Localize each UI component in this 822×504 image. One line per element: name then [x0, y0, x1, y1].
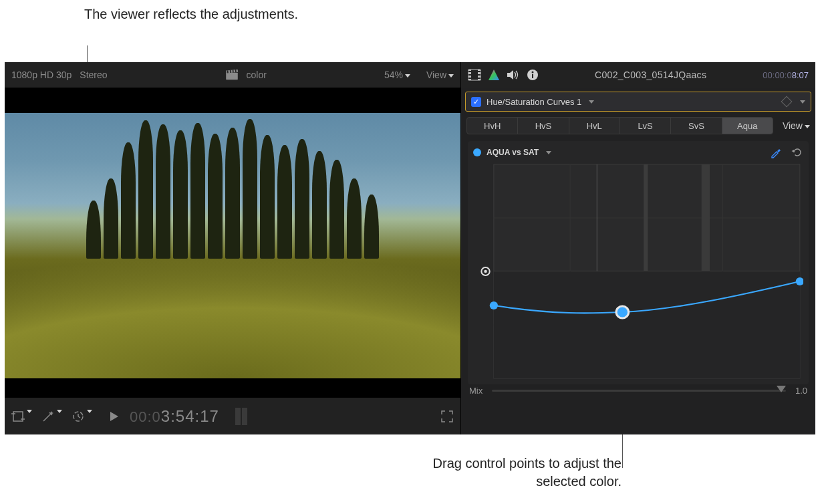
- svg-rect-17: [478, 74, 481, 76]
- fullscreen-button[interactable]: [440, 410, 454, 423]
- mix-label: Mix: [469, 386, 483, 396]
- effect-preset-menu[interactable]: [589, 100, 594, 104]
- curve-color-dot: [473, 148, 481, 156]
- reset-icon[interactable]: [791, 146, 803, 158]
- clip-timecode: 00:00:08:07: [763, 70, 809, 80]
- svg-rect-0: [226, 73, 238, 80]
- film-icon[interactable]: [468, 69, 481, 81]
- view-menu-inspector[interactable]: View: [783, 120, 810, 131]
- tab-svs[interactable]: SvS: [670, 117, 722, 134]
- viewer-toolbar: 00:03:54:17: [5, 397, 460, 434]
- view-menu-viewer[interactable]: View: [426, 70, 454, 80]
- svg-rect-15: [468, 78, 471, 79]
- svg-rect-18: [478, 78, 481, 79]
- clip-name: C002_C003_0514JQaacs: [545, 70, 756, 80]
- curve-header: AQUA vs SAT: [473, 146, 803, 158]
- eyedropper-icon[interactable]: [770, 146, 782, 158]
- effect-options-menu[interactable]: [800, 100, 805, 104]
- audio-label: Stereo: [80, 70, 107, 80]
- svg-rect-14: [468, 74, 471, 76]
- crop-tool[interactable]: [11, 410, 32, 423]
- mix-row: Mix 1.0: [461, 384, 815, 402]
- project-title: color: [247, 70, 267, 80]
- tab-hvh[interactable]: HvH: [466, 117, 518, 134]
- svg-rect-16: [478, 71, 481, 72]
- inspector-panel: C002_C003_0514JQaacs 00:00:08:07 ✓ Hue/S…: [461, 62, 815, 434]
- svg-rect-21: [532, 74, 533, 78]
- keyframe-icon[interactable]: [781, 96, 793, 108]
- tab-aqua[interactable]: Aqua: [722, 117, 773, 134]
- svg-point-37: [616, 306, 629, 318]
- audio-meters: [235, 408, 247, 425]
- viewer-panel: 1080p HD 30p Stereo color 54% View: [5, 62, 461, 434]
- zoom-menu[interactable]: 54%: [384, 70, 410, 80]
- annotation-viewer: The viewer reflects the adjustments.: [84, 5, 298, 23]
- play-button[interactable]: [110, 411, 119, 422]
- app-window: 1080p HD 30p Stereo color 54% View: [5, 62, 815, 434]
- inspector-header: C002_C003_0514JQaacs 00:00:08:07: [461, 62, 815, 88]
- enhance-tool[interactable]: [41, 410, 62, 423]
- retime-tool[interactable]: [72, 410, 92, 423]
- tab-lvs[interactable]: LvS: [620, 117, 671, 134]
- preview-image: [5, 113, 460, 378]
- svg-point-35: [490, 301, 498, 309]
- mix-slider[interactable]: [492, 390, 786, 392]
- format-label: 1080p HD 30p: [11, 70, 72, 80]
- timecode-display[interactable]: 00:03:54:17: [130, 407, 219, 426]
- svg-rect-13: [468, 71, 471, 72]
- svg-rect-32: [494, 271, 800, 378]
- tab-hvs[interactable]: HvS: [517, 117, 569, 134]
- viewer-canvas[interactable]: [5, 88, 460, 397]
- effect-name: Hue/Saturation Curves 1: [487, 97, 581, 107]
- curve-panel: AQUA vs SAT: [468, 141, 809, 384]
- annotation-curve: Drag control points to adjust the select…: [421, 455, 622, 491]
- mix-value[interactable]: 1.0: [795, 386, 807, 396]
- svg-point-20: [532, 72, 534, 74]
- curve-title-menu[interactable]: [546, 151, 551, 154]
- clapper-icon: [225, 70, 239, 80]
- viewer-header: 1080p HD 30p Stereo color 54% View: [5, 62, 460, 88]
- info-icon[interactable]: [527, 69, 539, 81]
- volume-icon[interactable]: [507, 69, 520, 81]
- curve-tabs: HvH HvS HvL LvS SvS Aqua View: [466, 117, 810, 134]
- svg-rect-6: [13, 412, 23, 421]
- curve-editor[interactable]: [473, 161, 803, 382]
- effect-bar[interactable]: ✓ Hue/Saturation Curves 1: [465, 92, 811, 112]
- tab-hvl[interactable]: HvL: [569, 117, 620, 134]
- curve-title: AQUA vs SAT: [487, 148, 539, 157]
- color-icon[interactable]: [488, 69, 500, 81]
- effect-enable-checkbox[interactable]: ✓: [471, 97, 481, 107]
- svg-point-34: [484, 270, 487, 273]
